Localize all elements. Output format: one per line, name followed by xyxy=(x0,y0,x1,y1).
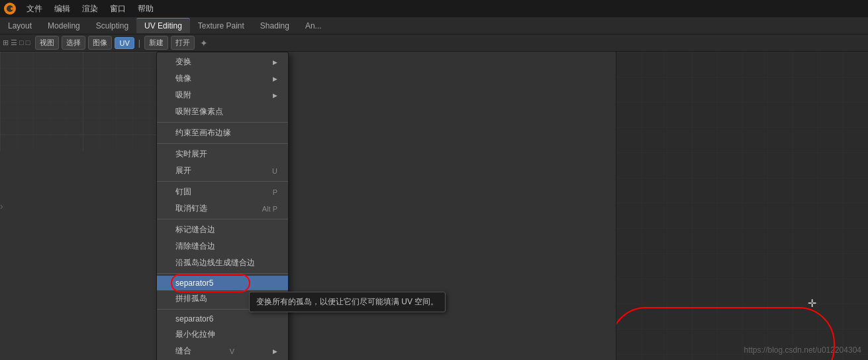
menu-snap-pixel[interactable]: 吸附至像素点 xyxy=(157,103,288,120)
menu-unpin[interactable]: 取消钉选 Alt P xyxy=(157,200,288,217)
shortcut-unwrap: U xyxy=(272,167,277,175)
tab-uv-editing[interactable]: UV Editing xyxy=(136,18,190,33)
sep-2 xyxy=(157,143,288,144)
sep-1 xyxy=(157,122,288,123)
toolbar-open[interactable]: 打开 xyxy=(171,36,195,50)
menu-pack-islands[interactable]: separator5 xyxy=(157,276,288,290)
sep-5 xyxy=(157,273,288,274)
shortcut-pin: P xyxy=(273,188,277,196)
checkbox-live-unwrap xyxy=(162,150,171,159)
menu-help[interactable]: 帮助 xyxy=(132,2,159,16)
toolbar: ⊞ ☰ □ □ 视图 选择 图像 UV | 新建 打开 ✦ xyxy=(0,34,868,52)
uv-mesh-dots xyxy=(792,55,858,357)
viewport-3d: ✛ ▼ 拼排孤岛 旋转 ✓ 边距 0.001 xyxy=(616,52,868,360)
menu-constrain-canvas[interactable]: 约束至画布边缘 xyxy=(157,125,288,141)
menu-weld-align[interactable]: 缝合 V xyxy=(157,343,288,359)
left-panel-arrow[interactable]: › xyxy=(0,201,3,211)
checkbox-constrain xyxy=(162,129,171,138)
menu-clear-seam[interactable]: 清除缝合边 xyxy=(157,238,288,255)
tab-texture-paint[interactable]: Texture Paint xyxy=(190,19,252,33)
tab-bar: Layout Modeling Sculpting UV Editing Tex… xyxy=(0,17,868,34)
menu-mark-seam[interactable]: 标记缝合边 xyxy=(157,221,288,238)
sep-4 xyxy=(157,219,288,219)
tab-modeling[interactable]: Modeling xyxy=(40,19,88,33)
toolbar-select[interactable]: 选择 xyxy=(62,36,85,50)
menu-transform[interactable]: 变换 xyxy=(157,54,288,70)
menu-render[interactable]: 渲染 xyxy=(77,2,103,16)
tooltip-pack-islands: 变换所有的孤岛，以便让它们尽可能填满 UV 空间。 xyxy=(249,292,446,312)
menu-seam-island[interactable]: 沿孤岛边线生成缝合边 xyxy=(157,255,288,271)
menu-mirror[interactable]: 镜像 xyxy=(157,70,288,87)
menu-unwrap[interactable]: 展开 U xyxy=(157,162,288,179)
menu-window[interactable]: 窗口 xyxy=(105,2,131,16)
top-menubar: 文件 编辑 渲染 窗口 帮助 xyxy=(0,0,868,17)
tab-sculpting[interactable]: Sculpting xyxy=(88,19,136,33)
tab-shading[interactable]: Shading xyxy=(252,19,297,33)
url-text: https://blog.csdn.net/u012204304 xyxy=(744,345,861,355)
cursor-indicator: ✛ xyxy=(808,297,816,310)
uv-editor: › 变换 镜像 吸附 吸附至像素点 约束至画布边缘 xyxy=(0,52,616,360)
shortcut-unpin: Alt P xyxy=(262,205,277,213)
uv-dropdown-menu: 变换 镜像 吸附 吸附至像素点 约束至画布边缘 xyxy=(156,52,289,360)
toolbar-image[interactable]: 图像 xyxy=(88,36,112,50)
tab-layout[interactable]: Layout xyxy=(0,19,40,33)
main-area: › 变换 镜像 吸附 吸附至像素点 约束至画布边缘 xyxy=(0,52,868,360)
tab-animation[interactable]: An... xyxy=(297,19,330,33)
sep-3 xyxy=(157,181,288,182)
menu-stitch[interactable]: 最小化拉伸 xyxy=(157,326,288,343)
toolbar-uv[interactable]: UV xyxy=(115,37,134,49)
menu-live-unwrap[interactable]: 实时展开 xyxy=(157,146,288,162)
svg-point-2 xyxy=(11,7,13,10)
blender-logo xyxy=(3,1,17,16)
menu-minimize-stretch[interactable]: separator6 xyxy=(157,312,288,326)
menu-snap[interactable]: 吸附 xyxy=(157,87,288,103)
toolbar-new[interactable]: 新建 xyxy=(144,36,168,50)
shortcut-weld: V xyxy=(230,347,234,355)
menu-edit[interactable]: 编辑 xyxy=(49,2,75,16)
menu-pin[interactable]: 钉固 P xyxy=(157,184,288,200)
toolbar-view[interactable]: 视图 xyxy=(35,36,59,50)
menu-file[interactable]: 文件 xyxy=(21,2,48,16)
